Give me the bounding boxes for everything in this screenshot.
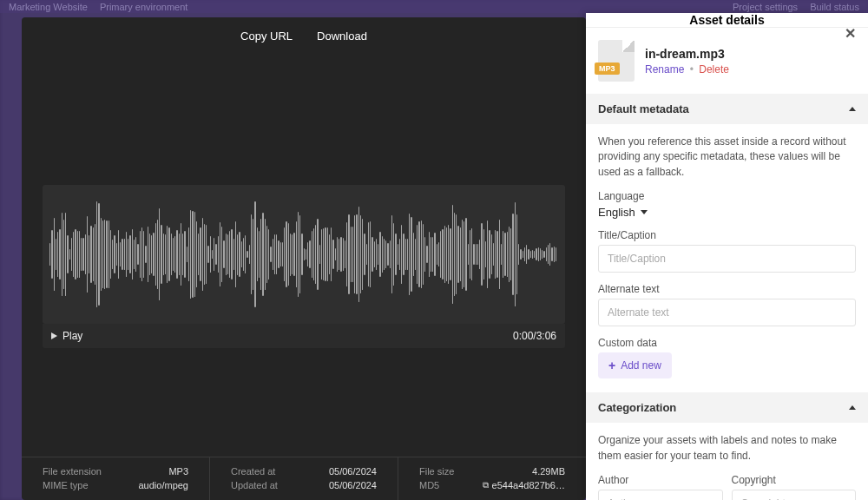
file-type-badge: MP3 xyxy=(595,62,620,75)
size-label: File size xyxy=(419,466,454,477)
alt-text-label: Alternate text xyxy=(598,283,856,295)
modal-toolbar: Copy URL Download xyxy=(22,17,586,55)
categorization-desc: Organize your assets with labels and not… xyxy=(598,433,856,464)
play-icon xyxy=(51,332,57,339)
download-button[interactable]: Download xyxy=(317,30,367,43)
topbar: Marketing Website Primary environment Pr… xyxy=(0,0,868,13)
add-custom-data-button[interactable]: + Add new xyxy=(598,352,672,378)
default-metadata-desc: When you reference this asset inside a r… xyxy=(598,135,856,180)
build-status[interactable]: Build status xyxy=(810,2,859,12)
time-display: 0:00/3:06 xyxy=(513,330,556,342)
size-value: 4.29MB xyxy=(532,466,565,477)
waveform[interactable] xyxy=(49,198,558,311)
language-selector[interactable]: English xyxy=(598,206,856,219)
play-button[interactable]: Play xyxy=(51,330,82,342)
author-label: Author xyxy=(598,474,723,486)
project-name: Marketing Website xyxy=(9,2,88,12)
default-metadata-body: When you reference this asset inside a r… xyxy=(586,124,868,392)
asset-filename: in-dream.mp3 xyxy=(645,47,729,61)
language-label: Language xyxy=(598,190,856,202)
chevron-up-icon xyxy=(849,405,856,410)
copyright-label: Copyright xyxy=(732,474,857,486)
play-label: Play xyxy=(62,330,82,342)
updated-label: Updated at xyxy=(231,480,278,490)
close-icon[interactable]: ✕ xyxy=(845,25,856,42)
categorization-header[interactable]: Categorization xyxy=(586,392,868,423)
created-value: 05/06/2024 xyxy=(329,466,377,477)
title-label: Title/Caption xyxy=(598,229,856,241)
author-input[interactable] xyxy=(598,490,723,500)
md5-value[interactable]: ⧉e544a4d827b6… xyxy=(483,480,565,490)
updated-value: 05/06/2024 xyxy=(329,480,377,490)
default-metadata-header[interactable]: Default metadata xyxy=(586,94,868,124)
copyright-input[interactable] xyxy=(732,490,857,500)
plus-icon: + xyxy=(608,359,615,372)
delete-link[interactable]: Delete xyxy=(699,63,729,76)
chevron-up-icon xyxy=(849,107,856,111)
md5-label: MD5 xyxy=(419,480,439,490)
file-icon: MP3 xyxy=(598,40,635,82)
asset-summary: MP3 in-dream.mp3 Rename • Delete xyxy=(586,28,868,94)
environment-switcher[interactable]: Primary environment xyxy=(100,2,187,12)
asset-preview-modal: Copy URL Download Play 0:00/3:06 File ex… xyxy=(22,17,586,500)
title-input[interactable] xyxy=(598,245,856,273)
mime-label: MIME type xyxy=(43,480,89,490)
panel-title: Asset details xyxy=(689,13,764,27)
audio-controls: Play 0:00/3:06 xyxy=(43,324,565,348)
categorization-body: Organize your assets with labels and not… xyxy=(586,423,868,500)
project-settings-link[interactable]: Project settings xyxy=(733,2,798,12)
mime-value: audio/mpeg xyxy=(139,480,189,490)
copy-url-button[interactable]: Copy URL xyxy=(240,30,293,43)
created-label: Created at xyxy=(231,466,275,477)
asset-details-panel: Asset details ✕ MP3 in-dream.mp3 Rename … xyxy=(586,13,868,500)
file-metadata-bar: File extensionMP3 MIME typeaudio/mpeg Cr… xyxy=(22,457,586,500)
chevron-down-icon xyxy=(641,210,648,214)
file-ext-value: MP3 xyxy=(168,466,188,477)
file-ext-label: File extension xyxy=(43,466,102,477)
custom-data-label: Custom data xyxy=(598,337,856,349)
rename-link[interactable]: Rename xyxy=(645,63,684,76)
alt-text-input[interactable] xyxy=(598,299,856,326)
waveform-container xyxy=(43,185,565,324)
panel-header: Asset details ✕ xyxy=(586,13,868,28)
